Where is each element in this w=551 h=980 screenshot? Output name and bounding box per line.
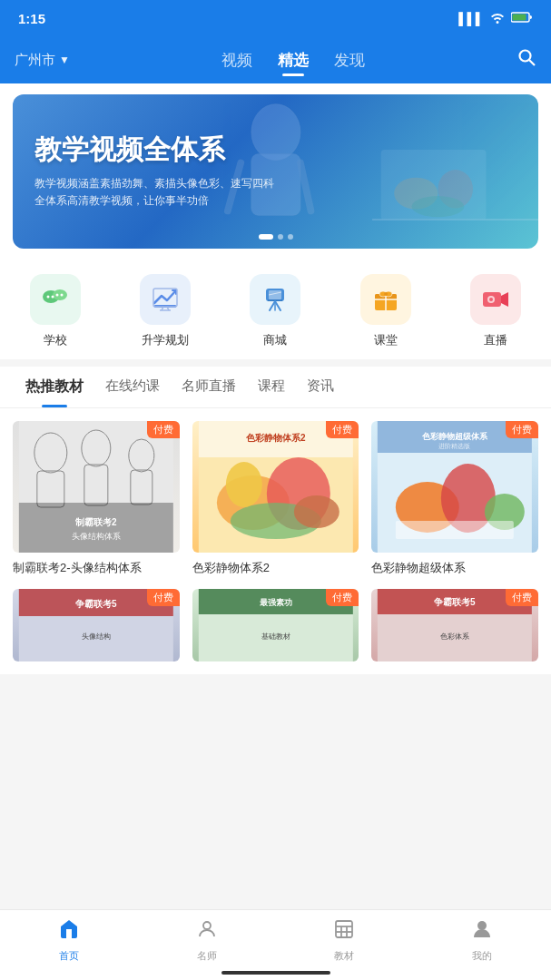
svg-line-3 bbox=[529, 60, 535, 65]
tab-discover[interactable]: 发现 bbox=[334, 50, 365, 71]
banner-dots bbox=[259, 234, 293, 240]
planning-icon-bg bbox=[140, 274, 191, 325]
book-item-1[interactable]: 制霸联考2 头像结构体系 付费 制霸联考2-头像结构体系 bbox=[13, 421, 180, 576]
teacher-label: 名师 bbox=[197, 949, 217, 963]
svg-rect-81 bbox=[336, 921, 352, 937]
school-label: 学校 bbox=[44, 332, 67, 348]
book-item-6[interactable]: 争霸联考5 色彩体系 付费 bbox=[371, 589, 538, 662]
tab-master-live[interactable]: 名师直播 bbox=[171, 367, 247, 407]
live-label: 直播 bbox=[484, 332, 507, 348]
svg-point-41 bbox=[489, 298, 493, 301]
paid-badge-3: 付费 bbox=[506, 421, 538, 438]
banner-text: 教学视频全体系 教学视频涵盖素描劲舞、素描头像色彩、速写四科全体系高清教学视频，… bbox=[34, 133, 274, 210]
book-title-2: 色彩静物体系2 bbox=[192, 560, 359, 576]
school-icon-bg bbox=[30, 274, 81, 325]
mine-icon bbox=[471, 918, 493, 946]
paid-badge-1: 付费 bbox=[147, 421, 180, 438]
shop-icon-bg bbox=[250, 274, 300, 325]
time-display: 1:15 bbox=[18, 11, 45, 26]
planning-label: 升学规划 bbox=[142, 332, 189, 348]
banner-title: 教学视频全体系 bbox=[34, 133, 274, 166]
content-tabs: 热推教材 在线约课 名师直播 课程 资讯 bbox=[0, 367, 551, 408]
tab-hot-materials[interactable]: 热推教材 bbox=[15, 367, 94, 407]
svg-point-15 bbox=[46, 296, 49, 299]
quick-icons-section: 学校 升学规划 bbox=[0, 260, 551, 359]
book-cover-3: 色彩静物超级体系 进阶精选版 付费 bbox=[371, 421, 538, 553]
dot-2 bbox=[278, 234, 283, 240]
book-item-2[interactable]: 色彩静物体系2 付费 色彩静物体系2 bbox=[192, 421, 359, 576]
nav-location[interactable]: 广州市 ▼ bbox=[15, 52, 70, 69]
live-icon-bg bbox=[470, 274, 521, 325]
chevron-down-icon: ▼ bbox=[59, 54, 70, 66]
quick-icon-shop[interactable]: 商城 bbox=[250, 274, 300, 348]
svg-point-37 bbox=[384, 292, 388, 296]
svg-text:色彩体系: 色彩体系 bbox=[440, 632, 469, 641]
materials-icon bbox=[333, 918, 355, 946]
svg-point-11 bbox=[411, 196, 464, 217]
bottom-nav-mine[interactable]: 我的 bbox=[413, 918, 551, 963]
quick-icon-school[interactable]: 学校 bbox=[30, 274, 81, 348]
svg-rect-64 bbox=[396, 521, 514, 539]
book-cover-art-3: 色彩静物超级体系 进阶精选版 付费 bbox=[371, 421, 538, 553]
svg-line-26 bbox=[270, 301, 275, 310]
home-label: 首页 bbox=[59, 949, 79, 963]
svg-point-2 bbox=[519, 51, 530, 62]
banner-section: 教学视频全体系 教学视频涵盖素描劲舞、素描头像色彩、速写四科全体系高清教学视频，… bbox=[0, 83, 551, 260]
svg-point-57 bbox=[293, 495, 339, 528]
materials-label: 教材 bbox=[334, 949, 354, 963]
tab-online-booking[interactable]: 在线约课 bbox=[94, 367, 171, 407]
status-bar: 1:15 ▌▌▌ bbox=[0, 0, 551, 36]
book-grid: 制霸联考2 头像结构体系 付费 制霸联考2-头像结构体系 bbox=[0, 408, 551, 589]
location-label: 广州市 bbox=[15, 52, 55, 69]
quick-icon-live[interactable]: 直播 bbox=[470, 274, 521, 348]
quick-icon-classroom[interactable]: 课堂 bbox=[360, 274, 411, 348]
svg-text:色彩静物体系2: 色彩静物体系2 bbox=[245, 433, 306, 443]
teacher-icon bbox=[196, 918, 218, 946]
book-cover-partial-1: 争霸联考5 头像结构 付费 bbox=[13, 589, 180, 662]
tab-courses[interactable]: 课程 bbox=[247, 367, 296, 407]
book-cover-1: 制霸联考2 头像结构体系 付费 bbox=[13, 421, 180, 553]
shop-label: 商城 bbox=[263, 332, 287, 348]
svg-text:进阶精选版: 进阶精选版 bbox=[439, 443, 471, 449]
book-cover-art-1: 制霸联考2 头像结构体系 付费 bbox=[13, 421, 180, 553]
bottom-nav-home[interactable]: 首页 bbox=[0, 918, 138, 963]
svg-text:头像结构: 头像结构 bbox=[82, 632, 111, 641]
svg-rect-49 bbox=[19, 503, 173, 553]
bottom-nav-teacher[interactable]: 名师 bbox=[138, 918, 276, 963]
book-grid-bottom: 争霸联考5 头像结构 付费 最强素功 基础教材 付费 bbox=[0, 589, 551, 674]
dot-1 bbox=[259, 234, 273, 240]
svg-text:制霸联考2: 制霸联考2 bbox=[74, 517, 117, 527]
bottom-nav-materials[interactable]: 教材 bbox=[276, 918, 414, 963]
book-cover-2: 色彩静物体系2 付费 bbox=[192, 421, 359, 553]
dot-3 bbox=[288, 234, 293, 240]
svg-text:最强素功: 最强素功 bbox=[259, 598, 291, 607]
tab-selected[interactable]: 精选 bbox=[278, 50, 309, 71]
book-item-4[interactable]: 争霸联考5 头像结构 付费 bbox=[13, 589, 180, 662]
tab-video[interactable]: 视频 bbox=[221, 50, 252, 71]
book-title-1: 制霸联考2-头像结构体系 bbox=[13, 560, 180, 576]
home-indicator bbox=[221, 971, 330, 975]
search-button[interactable] bbox=[517, 47, 536, 73]
quick-icon-planning[interactable]: 升学规划 bbox=[140, 274, 191, 348]
svg-point-86 bbox=[477, 921, 487, 930]
paid-badge-6: 付费 bbox=[506, 589, 538, 606]
svg-point-17 bbox=[55, 294, 58, 297]
book-item-3[interactable]: 色彩静物超级体系 进阶精选版 付费 色彩静物超级体系 bbox=[371, 421, 538, 576]
svg-point-80 bbox=[203, 922, 211, 929]
svg-text:色彩静物超级体系: 色彩静物超级体系 bbox=[421, 432, 488, 441]
banner-subtitle: 教学视频涵盖素描劲舞、素描头像色彩、速写四科全体系高清教学视频，让你事半功倍 bbox=[34, 175, 274, 210]
svg-rect-1 bbox=[513, 14, 526, 20]
book-cover-art-2: 色彩静物体系2 付费 bbox=[192, 421, 359, 553]
banner[interactable]: 教学视频全体系 教学视频涵盖素描劲舞、素描头像色彩、速写四科全体系高清教学视频，… bbox=[13, 94, 538, 249]
svg-text:头像结构体系: 头像结构体系 bbox=[72, 532, 121, 541]
book-item-5[interactable]: 最强素功 基础教材 付费 bbox=[192, 589, 359, 662]
nav-bar: 广州市 ▼ 视频 精选 发现 bbox=[0, 36, 551, 83]
svg-line-7 bbox=[300, 162, 311, 211]
svg-line-27 bbox=[275, 301, 280, 310]
status-icons: ▌▌▌ bbox=[458, 11, 533, 26]
nav-tabs: 视频 精选 发现 bbox=[221, 50, 365, 71]
svg-point-18 bbox=[60, 294, 63, 297]
book-cover-partial-2: 最强素功 基础教材 付费 bbox=[192, 589, 359, 662]
svg-text:基础教材: 基础教材 bbox=[261, 632, 290, 641]
tab-news[interactable]: 资讯 bbox=[296, 367, 345, 407]
